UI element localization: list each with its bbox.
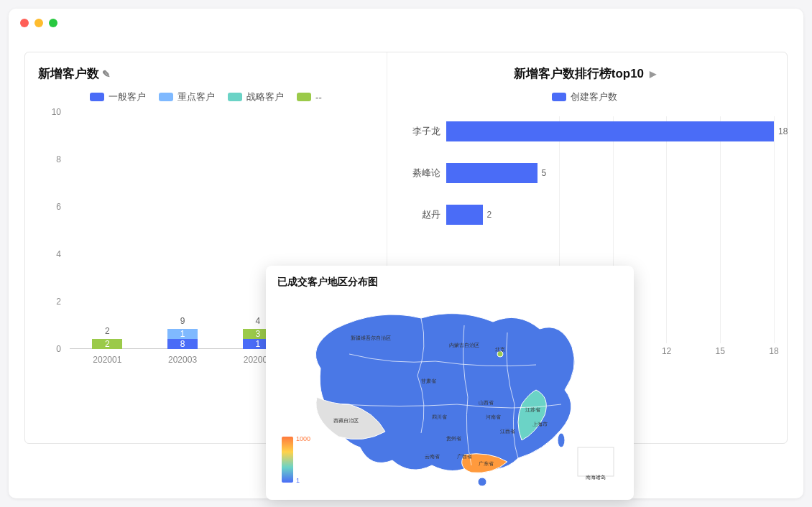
panel-title-right: 新增客户数排行榜top10 ▶ bbox=[396, 65, 774, 82]
legend-item[interactable]: 战略客户 bbox=[228, 90, 284, 103]
hbar-fill[interactable] bbox=[446, 205, 483, 225]
legend-label: 创建客户数 bbox=[571, 90, 617, 103]
y-tick: 4 bbox=[56, 249, 61, 259]
hbar-label: 李子龙 bbox=[396, 125, 446, 138]
edit-icon[interactable]: ✎ bbox=[102, 68, 111, 80]
y-tick: 10 bbox=[52, 107, 61, 117]
y-tick: 2 bbox=[56, 297, 61, 307]
hbar-row: 李子龙18 bbox=[396, 116, 774, 146]
legend-right: 创建客户数 bbox=[396, 90, 774, 103]
prov-hainan[interactable] bbox=[478, 478, 486, 486]
hbar-row: 赵丹2 bbox=[396, 200, 774, 230]
hbar-value: 18 bbox=[778, 126, 788, 136]
map-scale-max: 1000 bbox=[296, 435, 310, 442]
map-card: 已成交客户地区分布图 bbox=[266, 266, 634, 500]
legend-left: 一般客户重点客户战略客户-- bbox=[38, 90, 374, 103]
panel-title-left-text: 新增客户数 bbox=[38, 65, 99, 82]
legend-swatch bbox=[228, 93, 242, 101]
hbar-fill[interactable] bbox=[446, 121, 774, 141]
legend-label: 一般客户 bbox=[109, 90, 146, 103]
x-tick: 202003 bbox=[168, 355, 197, 365]
chevron-right-icon[interactable]: ▶ bbox=[650, 69, 656, 79]
hbar-track: 2 bbox=[446, 205, 774, 225]
legend-label: 战略客户 bbox=[246, 90, 284, 103]
map-scale-min: 1 bbox=[296, 477, 300, 484]
hbar-tick: 18 bbox=[769, 346, 778, 356]
hbar-fill[interactable] bbox=[446, 163, 538, 183]
hbar-value: 2 bbox=[487, 210, 492, 220]
legend-swatch bbox=[552, 93, 566, 101]
y-tick: 6 bbox=[56, 202, 61, 212]
map-title: 已成交客户地区分布图 bbox=[277, 276, 622, 289]
minimize-icon[interactable] bbox=[34, 19, 43, 27]
prov-taiwan[interactable] bbox=[558, 433, 565, 447]
china-map-svg: 新疆维吾尔自治区 内蒙古自治区 北京 甘肃省 西藏自治区 四川省 山西省 河南省… bbox=[277, 293, 622, 487]
legend-swatch bbox=[90, 93, 104, 101]
x-tick: 202001 bbox=[93, 355, 121, 365]
bar-total-label: 2 bbox=[92, 326, 122, 336]
hbar-label: 綦峰论 bbox=[396, 167, 446, 180]
bar-group[interactable]: 819202003 bbox=[167, 329, 198, 349]
legend-swatch bbox=[297, 93, 311, 101]
y-tick: 0 bbox=[56, 344, 61, 354]
panel-title-right-text: 新增客户数排行榜top10 bbox=[514, 65, 644, 82]
maximize-icon[interactable] bbox=[49, 19, 57, 27]
legend-item[interactable]: -- bbox=[297, 90, 322, 103]
legend-item[interactable]: 创建客户数 bbox=[552, 90, 617, 103]
y-axis: 0246810 bbox=[38, 112, 67, 349]
map-area: 新疆维吾尔自治区 内蒙古自治区 北京 甘肃省 西藏自治区 四川省 山西省 河南省… bbox=[277, 293, 622, 487]
bar-segment[interactable]: 2 bbox=[92, 339, 122, 349]
hbar-track: 5 bbox=[446, 163, 774, 183]
hbar-label: 赵丹 bbox=[396, 208, 446, 221]
hbar-track: 18 bbox=[446, 121, 774, 141]
south-sea-inset bbox=[578, 447, 614, 476]
beijing-marker[interactable] bbox=[497, 351, 503, 357]
legend-item[interactable]: 重点客户 bbox=[159, 90, 215, 103]
window-frame: 新增客户数 ✎ 一般客户重点客户战略客户-- 0246810 222020018… bbox=[9, 9, 803, 498]
bar-group[interactable]: 22202001 bbox=[92, 339, 122, 349]
bar-total-label: 9 bbox=[167, 316, 198, 326]
y-tick: 8 bbox=[56, 154, 61, 164]
hbar-tick: 15 bbox=[716, 346, 725, 356]
legend-label: -- bbox=[315, 92, 322, 103]
window-controls bbox=[20, 19, 57, 27]
legend-item[interactable]: 一般客户 bbox=[90, 90, 146, 103]
legend-label: 重点客户 bbox=[177, 90, 215, 103]
hbar-value: 5 bbox=[542, 168, 547, 178]
close-icon[interactable] bbox=[20, 19, 29, 27]
panel-title-left: 新增客户数 ✎ bbox=[38, 65, 374, 82]
hbar-tick: 12 bbox=[662, 346, 671, 356]
inset-label: 南海诸岛 bbox=[586, 475, 606, 480]
bar-segment[interactable]: 1 bbox=[167, 329, 198, 339]
bar-segment[interactable]: 8 bbox=[167, 339, 198, 349]
hbar-row: 綦峰论5 bbox=[396, 158, 774, 188]
map-scale-legend bbox=[282, 437, 293, 483]
legend-swatch bbox=[159, 93, 173, 101]
